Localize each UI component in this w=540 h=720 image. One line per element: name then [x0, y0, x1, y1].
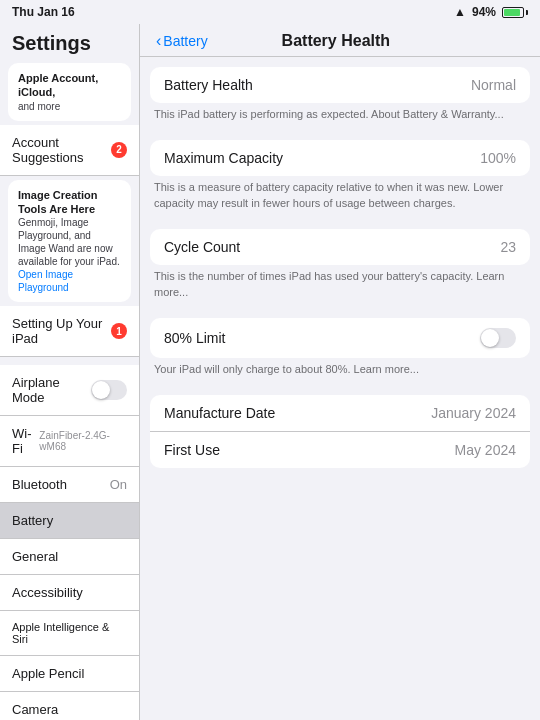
- sidebar-item-general[interactable]: General: [0, 539, 139, 575]
- limit-80-section: 80% Limit Your iPad will only charge to …: [140, 318, 540, 385]
- apple-account-card[interactable]: Apple Account, iCloud, and more: [8, 63, 131, 121]
- limit-80-toggle[interactable]: [480, 328, 516, 348]
- max-capacity-section: Maximum Capacity 100% This is a measure …: [140, 140, 540, 219]
- sidebar-item-accessibility[interactable]: Accessibility: [0, 575, 139, 611]
- sidebar-group: Airplane Mode Wi-Fi ZainFiber-2.4G-wM68 …: [0, 365, 139, 720]
- dates-card: Manufacture Date January 2024 First Use …: [150, 395, 530, 468]
- cycle-count-learn-more-link[interactable]: Learn more...: [154, 270, 504, 297]
- limit-80-description: Your iPad will only charge to about 80%.…: [140, 358, 540, 385]
- cycle-count-description: This is the number of times iPad has use…: [140, 265, 540, 308]
- account-suggestions-badge: 2: [111, 142, 127, 158]
- airplane-mode-toggle[interactable]: [91, 380, 127, 400]
- first-use-row: First Use May 2024: [150, 432, 530, 468]
- image-tools-card[interactable]: Image Creation Tools Are Here Genmoji, I…: [8, 180, 131, 303]
- main-layout: Settings Apple Account, iCloud, and more…: [0, 24, 540, 720]
- manufacture-date-row: Manufacture Date January 2024: [150, 395, 530, 432]
- sidebar-item-apple-intelligence[interactable]: Apple Intelligence & Siri: [0, 611, 139, 656]
- battery-health-row: Battery Health Normal: [150, 67, 530, 103]
- cycle-count-card: Cycle Count 23: [150, 229, 530, 265]
- limit-80-card: 80% Limit: [150, 318, 530, 358]
- cycle-count-section: Cycle Count 23 This is the number of tim…: [140, 229, 540, 308]
- limit-80-row: 80% Limit: [150, 318, 530, 358]
- battery-icon: [502, 7, 528, 18]
- cycle-count-row: Cycle Count 23: [150, 229, 530, 265]
- open-image-playground-link[interactable]: Open Image Playground: [18, 268, 121, 294]
- sidebar-item-apple-pencil[interactable]: Apple Pencil: [0, 656, 139, 692]
- status-bar: Thu Jan 16 ▲ 94%: [0, 0, 540, 24]
- date-label: Thu Jan 16: [12, 5, 75, 19]
- battery-health-description: This iPad battery is performing as expec…: [140, 103, 540, 130]
- battery-warranty-link[interactable]: About Battery & Warranty...: [371, 108, 504, 120]
- sidebar-item-camera[interactable]: Camera: [0, 692, 139, 720]
- setting-up-ipad-item[interactable]: Setting Up Your iPad 1: [0, 306, 139, 357]
- sidebar-title: Settings: [0, 24, 139, 59]
- limit-80-learn-more-link[interactable]: Learn more...: [354, 363, 419, 375]
- setting-up-badge: 1: [111, 323, 127, 339]
- sidebar-item-battery[interactable]: Battery: [0, 503, 139, 539]
- sidebar-item-wifi[interactable]: Wi-Fi ZainFiber-2.4G-wM68: [0, 416, 139, 467]
- max-capacity-card: Maximum Capacity 100%: [150, 140, 530, 176]
- max-capacity-description: This is a measure of battery capacity re…: [140, 176, 540, 219]
- detail-title: Battery Health: [282, 32, 450, 50]
- apple-account-title: Apple Account, iCloud,: [18, 71, 121, 100]
- account-suggestions-item[interactable]: Account Suggestions 2: [0, 125, 139, 176]
- battery-health-section: Battery Health Normal This iPad battery …: [140, 67, 540, 130]
- back-button[interactable]: ‹ Battery: [156, 33, 208, 49]
- detail-pane: ‹ Battery Battery Health Battery Health …: [140, 24, 540, 720]
- battery-percent: 94%: [472, 5, 496, 19]
- image-tools-title: Image Creation Tools Are Here: [18, 188, 121, 217]
- detail-header: ‹ Battery Battery Health: [140, 24, 540, 57]
- max-capacity-row: Maximum Capacity 100%: [150, 140, 530, 176]
- sidebar: Settings Apple Account, iCloud, and more…: [0, 24, 140, 720]
- status-indicators: ▲ 94%: [454, 5, 528, 19]
- dates-section: Manufacture Date January 2024 First Use …: [140, 395, 540, 468]
- sidebar-item-airplane-mode[interactable]: Airplane Mode: [0, 365, 139, 416]
- back-chevron-icon: ‹: [156, 33, 161, 49]
- back-label: Battery: [163, 33, 207, 49]
- battery-health-card: Battery Health Normal: [150, 67, 530, 103]
- sidebar-item-bluetooth[interactable]: Bluetooth On: [0, 467, 139, 503]
- wifi-icon: ▲: [454, 5, 466, 19]
